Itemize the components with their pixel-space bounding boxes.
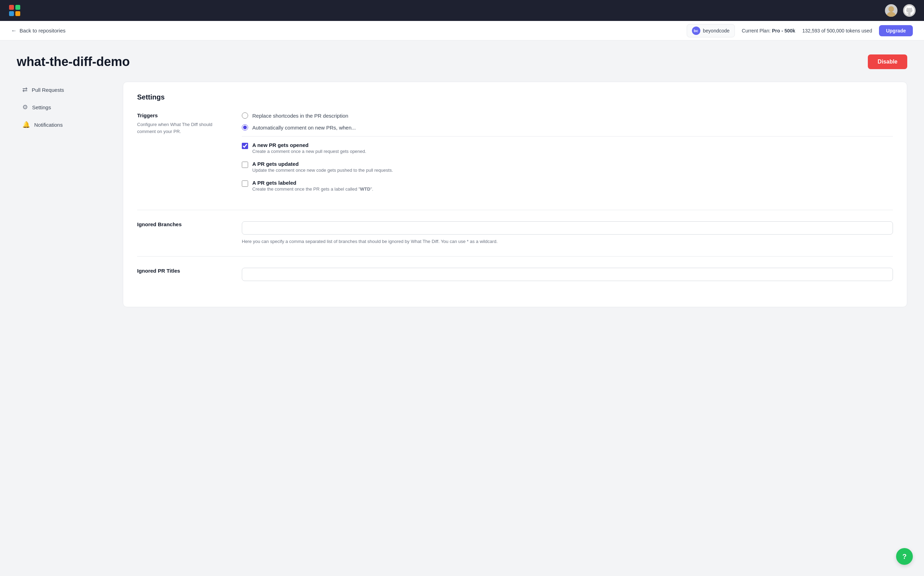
github-icon[interactable] <box>903 4 916 17</box>
back-label: Back to repositories <box>19 27 65 34</box>
ignored-pr-titles-content <box>242 268 893 285</box>
radio-auto-comment-input[interactable] <box>242 124 248 131</box>
pull-requests-icon: ⇄ <box>22 86 27 94</box>
settings-panel: Settings Triggers Configure when What Th… <box>123 82 907 307</box>
github-logo-icon <box>905 6 914 15</box>
checkbox-pr-updated-title: A PR gets updated <box>252 161 393 167</box>
ignored-branches-section: Ignored Branches Here you can specify a … <box>137 221 893 257</box>
radio-auto-comment-label: Automatically comment on new PRs, when..… <box>252 125 356 131</box>
checkbox-pr-labeled-input[interactable] <box>242 181 248 187</box>
subheader: ← Back to repositories bc beyondcode Cur… <box>0 21 924 40</box>
ignored-branches-input[interactable] <box>242 221 893 235</box>
org-name: beyondcode <box>703 28 729 34</box>
radio-divider <box>242 136 893 136</box>
triggers-section: Triggers Configure when What The Diff sh… <box>137 112 893 210</box>
app-logo-icon <box>8 4 21 17</box>
sidebar-item-settings[interactable]: ⚙ Settings <box>17 99 115 115</box>
sidebar-label-notifications: Notifications <box>34 122 63 128</box>
settings-title: Settings <box>137 93 893 101</box>
help-button[interactable]: ? <box>896 548 913 565</box>
page-title: what-the-diff-demo <box>17 54 130 69</box>
checkbox-new-pr[interactable]: A new PR gets opened Create a comment on… <box>242 142 893 154</box>
checkbox-pr-updated[interactable]: A PR gets updated Update the comment onc… <box>242 161 893 173</box>
subheader-right: bc beyondcode Current Plan: Pro - 500k 1… <box>687 24 913 37</box>
avatar-image <box>885 4 897 17</box>
back-arrow-icon: ← <box>11 27 17 34</box>
plan-label: Current Plan: <box>742 28 771 34</box>
svg-rect-3 <box>15 11 20 16</box>
checkbox-pr-labeled-labels: A PR gets labeled Create the comment onc… <box>252 180 373 192</box>
ignored-pr-titles-label-col: Ignored PR Titles <box>137 268 228 285</box>
notifications-icon: 🔔 <box>22 121 30 128</box>
ignored-branches-label-col: Ignored Branches <box>137 221 228 245</box>
svg-rect-1 <box>15 5 20 10</box>
checkbox-pr-updated-labels: A PR gets updated Update the comment onc… <box>252 161 393 173</box>
svg-point-4 <box>889 6 894 12</box>
user-avatar[interactable] <box>885 4 897 17</box>
radio-replace-shortcodes[interactable]: Replace shortcodes in the PR description <box>242 112 893 119</box>
layout: ⇄ Pull Requests ⚙ Settings 🔔 Notificatio… <box>17 82 907 307</box>
main-content: what-the-diff-demo Disable ⇄ Pull Reques… <box>0 40 924 321</box>
checkbox-pr-labeled-desc: Create the comment once the PR gets a la… <box>252 186 373 192</box>
sidebar-label-settings: Settings <box>32 104 51 110</box>
page-header: what-the-diff-demo Disable <box>17 54 907 69</box>
ignored-pr-titles-section: Ignored PR Titles <box>137 268 893 296</box>
radio-auto-comment[interactable]: Automatically comment on new PRs, when..… <box>242 124 893 131</box>
triggers-content: Replace shortcodes in the PR description… <box>242 112 893 198</box>
org-avatar: bc <box>692 27 700 35</box>
upgrade-button[interactable]: Upgrade <box>879 25 913 36</box>
checkbox-new-pr-input[interactable] <box>242 143 248 149</box>
back-to-repositories-link[interactable]: ← Back to repositories <box>11 27 65 34</box>
triggers-description: Configure when What The Diff should comm… <box>137 121 228 135</box>
svg-point-5 <box>886 12 896 17</box>
checkbox-new-pr-title: A new PR gets opened <box>252 142 366 148</box>
sidebar: ⇄ Pull Requests ⚙ Settings 🔔 Notificatio… <box>17 82 115 307</box>
radio-replace-shortcodes-input[interactable] <box>242 112 248 119</box>
disable-button[interactable]: Disable <box>868 54 907 69</box>
svg-rect-0 <box>9 5 14 10</box>
triggers-label: Triggers <box>137 112 228 118</box>
ignored-pr-titles-input[interactable] <box>242 268 893 281</box>
logo[interactable] <box>8 4 21 17</box>
checkbox-new-pr-desc: Create a comment once a new pull request… <box>252 149 366 154</box>
tokens-used-text: 132,593 of 500,000 tokens used <box>802 28 872 34</box>
topbar <box>0 0 924 21</box>
sidebar-item-notifications[interactable]: 🔔 Notifications <box>17 117 115 133</box>
topbar-right <box>885 4 916 17</box>
org-initials: bc <box>694 29 698 33</box>
org-badge[interactable]: bc beyondcode <box>687 24 735 37</box>
radio-replace-shortcodes-label: Replace shortcodes in the PR description <box>252 113 348 119</box>
triggers-label-col: Triggers Configure when What The Diff sh… <box>137 112 228 198</box>
plan-name: Pro - 500k <box>772 28 795 34</box>
checkbox-pr-updated-desc: Update the comment once new code gets pu… <box>252 168 393 173</box>
sidebar-item-pull-requests[interactable]: ⇄ Pull Requests <box>17 82 115 98</box>
settings-icon: ⚙ <box>22 103 28 111</box>
checkbox-pr-updated-input[interactable] <box>242 162 248 168</box>
sidebar-label-pull-requests: Pull Requests <box>32 87 64 93</box>
checkbox-new-pr-labels: A new PR gets opened Create a comment on… <box>252 142 366 154</box>
checkbox-pr-labeled[interactable]: A PR gets labeled Create the comment onc… <box>242 180 893 192</box>
ignored-branches-content: Here you can specify a comma separated l… <box>242 221 893 245</box>
svg-rect-2 <box>9 11 14 16</box>
ignored-branches-help: Here you can specify a comma separated l… <box>242 238 893 245</box>
ignored-pr-titles-label: Ignored PR Titles <box>137 268 228 274</box>
plan-text: Current Plan: Pro - 500k <box>742 28 795 34</box>
ignored-branches-label: Ignored Branches <box>137 221 228 227</box>
checkbox-pr-labeled-title: A PR gets labeled <box>252 180 373 186</box>
